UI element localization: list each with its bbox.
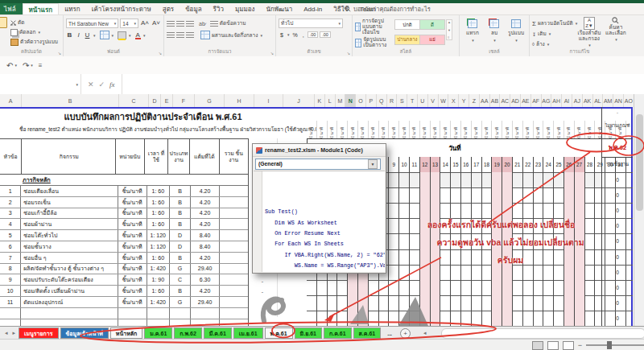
dialog-launcher-icon[interactable]: ↘ xyxy=(159,51,162,56)
activity-cell[interactable]: ซ่อมเก้าอี้มีล้อ xyxy=(21,208,118,219)
new-sheet-button[interactable]: + xyxy=(400,328,411,339)
vba-code-area[interactable]: Sub Test() Dim WS As Worksheet On Error … xyxy=(254,171,385,272)
minutes-cell[interactable]: 0 นาที xyxy=(492,121,502,138)
minutes-cell[interactable]: 0 นาที xyxy=(585,121,596,138)
day-column[interactable] xyxy=(482,172,493,326)
minutes-cell[interactable]: 0 นาที xyxy=(451,121,461,138)
minutes-cell[interactable]: 0 นาที xyxy=(369,121,379,138)
day-cell[interactable]: 12 xyxy=(420,157,431,172)
minutes-cell[interactable]: 0 นาที xyxy=(554,121,564,138)
sheet-tab[interactable]: ข้อมูลเจ้าหน้าที่ xyxy=(60,327,109,339)
zoom-slider-handle[interactable] xyxy=(607,341,612,349)
day-cell[interactable]: 17 xyxy=(472,157,482,172)
day-cell[interactable]: 27 xyxy=(575,157,585,172)
day-column[interactable] xyxy=(440,172,451,326)
column-header[interactable]: I xyxy=(254,94,283,107)
header-unit[interactable]: หน่วยนับ xyxy=(116,139,145,174)
ribbon-tab[interactable]: หน้าแรก xyxy=(23,3,60,14)
total-pieces-header[interactable]: รวมชิ้นงาน xyxy=(602,160,633,168)
row-number-cell[interactable]: 3 xyxy=(0,208,21,219)
minutes-cell[interactable]: 0 นาที xyxy=(502,121,513,138)
header-total[interactable]: รวม ชิ้นงาน xyxy=(220,139,248,174)
unit-cell[interactable]: ชิ้น/นาที xyxy=(118,208,147,219)
copy-button[interactable]: คัดลอก▾ xyxy=(10,28,58,36)
font-name-select[interactable]: TH Sarabun New▾ xyxy=(66,19,118,28)
unit-cell[interactable]: ชิ้น/นาที xyxy=(118,186,147,196)
merge-center-button[interactable]: ผสานและจัดกึ่งกลาง▾ xyxy=(200,31,262,39)
dialog-launcher-icon[interactable]: ↘ xyxy=(58,51,61,56)
row-number-cell[interactable]: 5 xyxy=(0,230,21,241)
column-header[interactable]: X xyxy=(448,94,459,107)
minutes-cell[interactable]: 0 นาที xyxy=(440,121,451,138)
column-header[interactable]: AD xyxy=(510,94,521,107)
day-column[interactable] xyxy=(523,172,534,326)
shrink-font-button[interactable]: A˅ xyxy=(151,20,161,27)
dialog-launcher-icon[interactable]: ↘ xyxy=(347,51,350,56)
column-header[interactable]: AG xyxy=(542,94,552,107)
day-cell[interactable]: 16 xyxy=(461,157,472,172)
cut-button[interactable]: ตัด xyxy=(10,19,58,27)
row-number-cell[interactable]: 1 xyxy=(0,186,21,196)
unit-cell[interactable]: ชิ้น/นาที xyxy=(118,253,147,263)
redo-button[interactable]: ↷▾ xyxy=(23,61,33,70)
column-header[interactable]: W xyxy=(439,94,449,107)
customize-qat-button[interactable]: ≡ xyxy=(39,62,43,69)
type-cell[interactable]: B xyxy=(170,186,191,196)
cells-button[interactable]: รูปแบบ ▾ xyxy=(506,17,526,48)
day-cell[interactable]: 20 xyxy=(502,157,513,172)
type-cell[interactable]: D xyxy=(170,230,191,241)
italic-button[interactable]: I xyxy=(75,31,82,39)
column-header[interactable]: K xyxy=(315,94,325,107)
minutes-cell[interactable]: 0 นาที xyxy=(513,121,523,138)
ribbon-tab[interactable]: สูตร xyxy=(157,3,180,14)
time-cell[interactable]: 1: 60 xyxy=(147,208,170,219)
section-row[interactable]: ภารกิจหลัก xyxy=(0,175,248,186)
day-column[interactable] xyxy=(502,172,513,326)
column-header[interactable]: B xyxy=(22,94,119,107)
align-right-icon[interactable] xyxy=(186,32,194,38)
column-header[interactable]: F xyxy=(173,94,195,107)
points-cell[interactable]: 4.20 xyxy=(191,219,220,229)
day-column[interactable] xyxy=(389,172,399,326)
column-header[interactable]: Q xyxy=(377,94,387,107)
day-column[interactable] xyxy=(554,172,564,326)
total-value-cell[interactable]: 0 xyxy=(602,187,633,203)
activity-cell[interactable]: ซ่อมอื่น ๆ xyxy=(21,253,118,263)
total-cell[interactable] xyxy=(220,297,248,307)
tab-scroll-right-icon[interactable]: ▸ xyxy=(11,330,18,336)
vba-title-bar[interactable]: rename_test2.xlsm - Module1 (Code) xyxy=(253,144,386,157)
points-cell[interactable]: 6.30 xyxy=(191,274,220,285)
activity-cell[interactable]: ผลิต/จัดทำชั้นวาง ตู้ ชั้นวางต่าง ๆ xyxy=(21,264,118,274)
cell-style-option[interactable]: แย่ xyxy=(419,35,445,45)
points-cell[interactable]: 29.40 xyxy=(191,264,220,274)
day-column[interactable] xyxy=(534,172,544,326)
enter-icon[interactable]: ✓ xyxy=(99,80,105,89)
time-cell[interactable]: 1: 120 xyxy=(147,241,170,252)
points-cell[interactable]: 29.40 xyxy=(191,297,220,307)
sheet-tab[interactable]: ก.ค.61 xyxy=(324,327,352,339)
total-value-cell[interactable]: 0 xyxy=(602,203,633,218)
cell-style-option[interactable]: ดี xyxy=(419,19,445,30)
row-number-cell[interactable]: 2 xyxy=(0,197,21,208)
number-format-select[interactable]: ทั่วไป▾ xyxy=(279,19,343,28)
cancel-icon[interactable]: ✕ xyxy=(88,80,94,89)
sheet-tab[interactable]: ส.ค.61 xyxy=(353,327,382,339)
total-cell[interactable] xyxy=(220,208,248,219)
column-header[interactable]: G xyxy=(195,94,225,107)
total-value-cell[interactable]: 0 xyxy=(602,218,633,233)
day-column[interactable] xyxy=(431,172,441,326)
column-header[interactable]: AH xyxy=(551,94,562,107)
points-cell[interactable]: 4.20 xyxy=(191,208,220,219)
sheet-tab[interactable]: มิ.ย.61 xyxy=(295,327,322,339)
points-cell[interactable]: 8.40 xyxy=(191,230,220,241)
unit-cell[interactable]: ชิ้น/นาที xyxy=(118,264,147,274)
gallery-scroll[interactable]: ▲ ▼ ≡ xyxy=(446,19,452,40)
month-name-cell-AP3[interactable]: พ.ค.62 xyxy=(602,142,633,152)
header-points[interactable]: แต้มที่ได้ xyxy=(190,139,219,174)
column-header[interactable]: AK xyxy=(583,94,593,107)
time-cell[interactable]: 1: 60 xyxy=(147,219,170,229)
total-cell[interactable] xyxy=(220,264,248,274)
day-cell[interactable]: 28 xyxy=(585,157,596,172)
row-number-cell[interactable]: 4 xyxy=(0,219,21,229)
find-select-button[interactable]: ค้นหาและเลือก ▾ xyxy=(605,17,627,48)
